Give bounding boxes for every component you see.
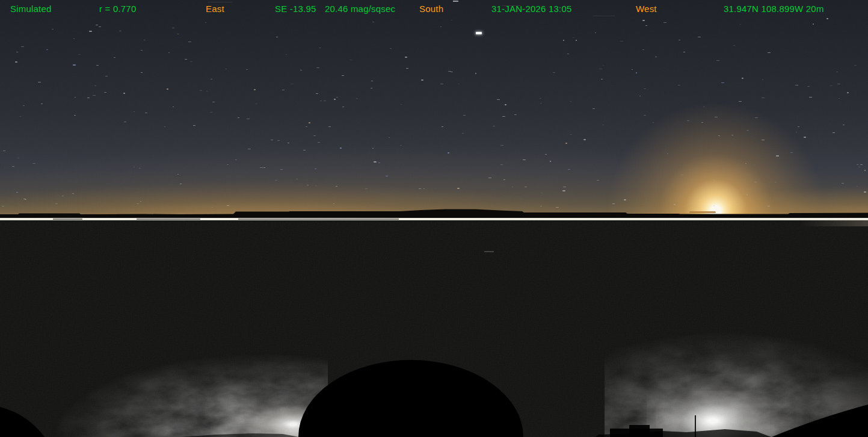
allsky-window: Simulated r = 0.770 East SE -13.95 20.46…	[0, 0, 868, 437]
sky-panorama: Simulated r = 0.770 East SE -13.95 20.46…	[0, 0, 868, 218]
compass-west-label: West	[636, 4, 657, 14]
compass-east-label: East	[206, 4, 224, 14]
status-label: Simulated	[10, 4, 52, 14]
divider-terrain-dash	[238, 218, 399, 220]
divider-terrain-dash	[137, 218, 200, 220]
dome-silhouette-left	[0, 407, 45, 437]
horizon-terrain-silhouette	[0, 208, 868, 218]
sky-brightness-label: 20.46 mag/sqsec	[325, 4, 395, 14]
r-value-label: r = 0.770	[99, 4, 136, 14]
building-silhouette	[629, 425, 650, 437]
ground-silhouettes	[0, 220, 868, 437]
location-label: 31.947N 108.899W 20m	[724, 4, 824, 14]
ground-panorama	[0, 220, 868, 437]
antenna-silhouette	[695, 415, 696, 437]
dome-silhouette-right	[772, 404, 868, 437]
datetime-label: 31-JAN-2026 13:05	[491, 4, 572, 14]
terrain-silhouette-left	[180, 433, 299, 437]
bright-star	[476, 32, 482, 34]
status-header: Simulated r = 0.770 East SE -13.95 20.46…	[0, 0, 868, 18]
sky-grain-noise	[0, 0, 868, 218]
compass-south-label: South	[419, 4, 443, 14]
dome-silhouette-center	[298, 360, 523, 437]
sun-elevation-label: SE -13.95	[275, 4, 316, 14]
divider-terrain-dash	[53, 218, 82, 220]
